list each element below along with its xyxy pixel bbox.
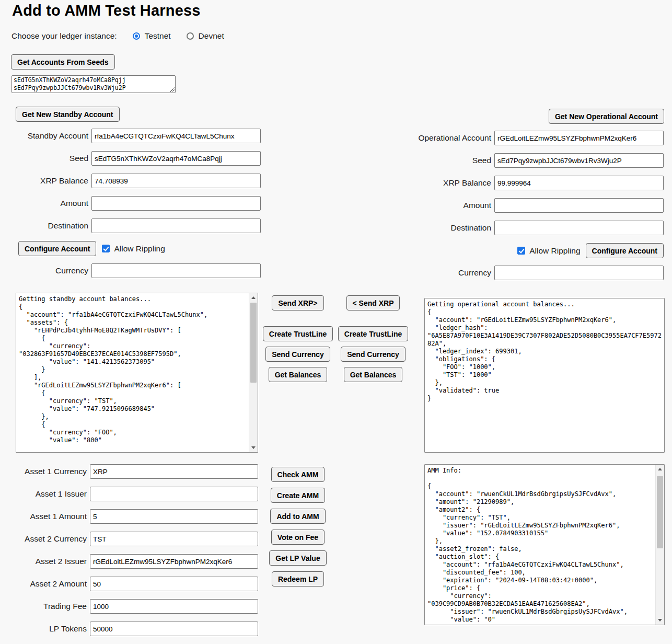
standby-allow-rippling-label: Allow Rippling <box>114 244 165 254</box>
asset2-currency-row: Asset 2 Currency <box>0 532 258 546</box>
vote-on-fee-button[interactable]: Vote on Fee <box>271 530 325 545</box>
radio-testnet-label: Testnet <box>145 31 171 41</box>
operational-send-currency-button[interactable]: Send Currency <box>341 347 405 362</box>
asset2-issuer-input[interactable] <box>90 554 258 569</box>
standby-send-currency-button[interactable]: Send Currency <box>265 347 330 362</box>
asset1-issuer-input[interactable] <box>90 487 258 501</box>
page-title: Add to AMM Test Harness <box>12 2 201 19</box>
standby-results-text: Getting standby account balances... { "a… <box>19 295 246 451</box>
asset1-currency-row: Asset 1 Currency <box>0 464 258 479</box>
send-xrp-to-operational-button[interactable]: Send XRP> <box>272 295 323 310</box>
standby-results-scrollbar[interactable] <box>249 293 258 452</box>
operational-allow-rippling-label: Allow Rippling <box>529 246 580 256</box>
asset2-currency-input[interactable] <box>90 532 258 546</box>
standby-account-input[interactable] <box>91 129 261 143</box>
amm-info-scrollbar[interactable] <box>655 465 664 625</box>
operational-currency-row: Currency <box>322 266 664 280</box>
redeem-lp-button[interactable]: Redeem LP <box>272 571 324 586</box>
asset2-amount-row: Asset 2 Amount <box>0 577 258 591</box>
operational-destination-input[interactable] <box>494 221 664 235</box>
operational-xrp-balance-input[interactable] <box>494 176 664 190</box>
lp-tokens-input[interactable] <box>90 622 258 636</box>
standby-allow-rippling-checkbox[interactable] <box>102 245 110 252</box>
operational-amount-input[interactable] <box>494 198 664 213</box>
operational-seed-input[interactable] <box>494 153 664 168</box>
operational-currency-label: Currency <box>322 268 494 278</box>
amm-info-textarea[interactable]: AMM Info: { "account": "rwuenCkUL1MdrBsd… <box>424 464 665 625</box>
create-amm-button[interactable]: Create AMM <box>271 488 325 503</box>
check-amm-button[interactable]: Check AMM <box>271 467 325 482</box>
lp-tokens-label: LP Tokens <box>0 624 90 634</box>
standby-transfer-buttons: Send XRP> Create TrustLine Send Currency… <box>264 295 332 382</box>
operational-configure-row: Allow Rippling Configure Account <box>517 243 664 258</box>
standby-seed-input[interactable] <box>91 151 261 166</box>
operational-results-textarea[interactable]: Getting operational account balances... … <box>424 298 665 453</box>
amm-action-buttons: Check AMM Create AMM Add to AMM Vote on … <box>264 467 332 586</box>
operational-get-balances-button[interactable]: Get Balances <box>344 367 403 382</box>
get-lp-value-button[interactable]: Get LP Value <box>269 550 326 566</box>
standby-currency-label: Currency <box>0 266 91 275</box>
operational-configure-account-button[interactable]: Configure Account <box>586 243 664 258</box>
scroll-down-icon[interactable] <box>656 616 664 625</box>
standby-currency-input[interactable] <box>91 263 261 278</box>
standby-create-trustline-button[interactable]: Create TrustLine <box>263 326 333 341</box>
standby-account-row: Standby Account <box>0 129 261 143</box>
send-xrp-to-standby-button[interactable]: < Send XRP <box>346 295 400 310</box>
asset1-currency-label: Asset 1 Currency <box>0 467 90 476</box>
standby-xrp-balance-input[interactable] <box>91 174 261 188</box>
asset1-amount-label: Asset 1 Amount <box>0 512 90 521</box>
amm-test-harness-page: { "page": { "title": "Add to AMM Test Ha… <box>0 0 672 644</box>
scroll-down-icon[interactable] <box>249 443 258 452</box>
operational-account-input[interactable] <box>494 131 664 145</box>
resize-grip-icon[interactable] <box>169 87 175 92</box>
asset1-amount-input[interactable] <box>90 509 258 524</box>
standby-destination-label: Destination <box>0 221 91 231</box>
standby-xrp-balance-row: XRP Balance <box>0 174 261 188</box>
operational-create-trustline-button[interactable]: Create TrustLine <box>338 326 408 341</box>
get-new-operational-account-button[interactable]: Get New Operational Account <box>549 109 664 124</box>
radio-testnet-icon[interactable] <box>133 32 140 40</box>
operational-destination-row: Destination <box>322 221 664 235</box>
asset1-issuer-row: Asset 1 Issuer <box>0 487 258 501</box>
scroll-up-icon[interactable] <box>249 293 258 302</box>
trading-fee-input[interactable] <box>90 599 258 614</box>
standby-configure-row: Configure Account Allow Rippling <box>18 241 165 256</box>
operational-currency-input[interactable] <box>494 266 664 280</box>
radio-devnet-icon[interactable] <box>187 32 194 40</box>
trading-fee-label: Trading Fee <box>0 602 90 611</box>
operational-allow-rippling-checkbox[interactable] <box>517 247 525 255</box>
operational-xrp-balance-label: XRP Balance <box>322 178 494 188</box>
ledger-chooser-label: Choose your ledger instance: <box>11 31 117 41</box>
get-accounts-from-seeds-button[interactable]: Get Accounts From Seeds <box>11 54 115 70</box>
standby-get-balances-button[interactable]: Get Balances <box>269 367 328 382</box>
scrollbar-thumb[interactable] <box>250 303 257 383</box>
standby-destination-row: Destination <box>0 218 261 233</box>
standby-seed-label: Seed <box>0 154 91 163</box>
seeds-textarea[interactable]: sEdTG5nXThKWZoV2aqrh47oMCa8Pqjj sEd7Pqy9… <box>11 75 176 93</box>
standby-configure-account-button[interactable]: Configure Account <box>18 241 96 256</box>
standby-seed-row: Seed <box>0 151 261 166</box>
standby-results-textarea[interactable]: Getting standby account balances... { "a… <box>16 293 258 453</box>
get-new-standby-account-button[interactable]: Get New Standby Account <box>16 107 120 122</box>
ledger-chooser: Choose your ledger instance: Testnet Dev… <box>11 31 224 41</box>
scroll-up-icon[interactable] <box>656 465 664 474</box>
asset1-amount-row: Asset 1 Amount <box>0 509 258 524</box>
operational-account-label: Operational Account <box>322 133 494 143</box>
operational-destination-label: Destination <box>322 223 494 233</box>
radio-option-devnet[interactable]: Devnet <box>187 31 224 41</box>
operational-xrp-balance-row: XRP Balance <box>322 176 664 190</box>
standby-account-label: Standby Account <box>0 131 91 141</box>
radio-option-testnet[interactable]: Testnet <box>133 31 171 41</box>
add-to-amm-button[interactable]: Add to AMM <box>270 509 325 524</box>
radio-devnet-label: Devnet <box>199 31 224 41</box>
asset2-amount-input[interactable] <box>90 577 258 591</box>
asset2-currency-label: Asset 2 Currency <box>0 534 90 544</box>
standby-amount-input[interactable] <box>91 196 261 211</box>
asset1-currency-input[interactable] <box>90 464 258 479</box>
scrollbar-thumb[interactable] <box>657 476 663 548</box>
asset2-issuer-label: Asset 2 Issuer <box>0 557 90 566</box>
lp-tokens-row: LP Tokens <box>0 622 258 636</box>
operational-results-text: Getting operational account balances... … <box>427 301 662 451</box>
standby-destination-input[interactable] <box>91 218 261 233</box>
operational-seed-row: Seed <box>322 153 664 168</box>
